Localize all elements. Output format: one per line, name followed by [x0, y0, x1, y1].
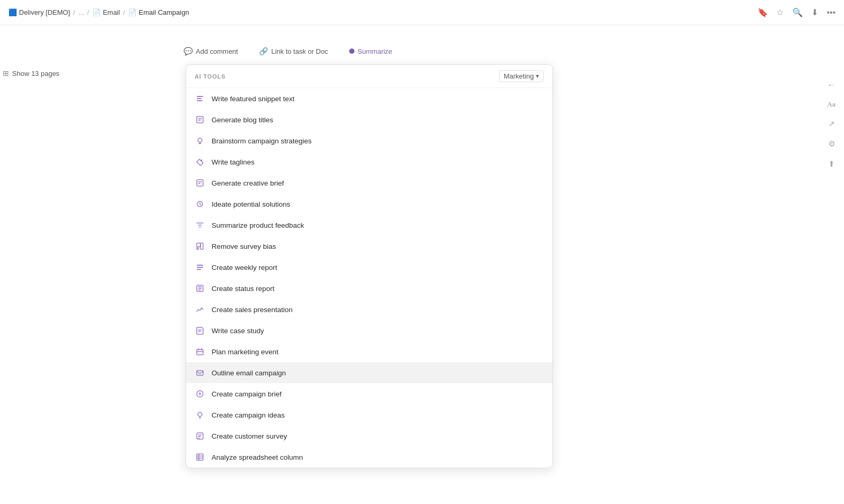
brainstorm-icon: [195, 135, 205, 146]
add-comment-button[interactable]: 💬 Add comment: [179, 45, 242, 57]
pages-icon: ⊞: [3, 69, 9, 77]
ai-tools-dropdown: AI TOOLS Marketing ▾ Write featured snip…: [186, 64, 553, 468]
email-outline-icon: [195, 367, 205, 378]
export-icon[interactable]: ⬆: [828, 159, 835, 169]
list-item[interactable]: Ideate potential solutions: [186, 193, 552, 215]
breadcrumb-sep-3: /: [123, 8, 125, 16]
breadcrumb: 🟦 Delivery [DEMO] / ... / 📄 Email / 📄 Em…: [8, 8, 189, 16]
customer-survey-icon: [195, 431, 205, 441]
top-bar: 🟦 Delivery [DEMO] / ... / 📄 Email / 📄 Em…: [0, 0, 844, 25]
more-icon[interactable]: •••: [827, 8, 836, 17]
svg-rect-10: [197, 265, 203, 266]
brief-icon: [195, 178, 205, 188]
status-report-icon: [195, 283, 205, 294]
add-comment-label: Add comment: [196, 47, 238, 55]
list-item[interactable]: Write taglines: [186, 151, 552, 172]
ai-tool-label: Plan marketing event: [212, 348, 279, 356]
ai-tools-filter-button[interactable]: Marketing ▾: [499, 70, 544, 82]
ideate-icon: [195, 199, 205, 209]
breadcrumb-sep-2: /: [87, 8, 89, 16]
ai-tool-label: Generate blog titles: [212, 116, 273, 124]
ai-tool-label: Create campaign brief: [212, 390, 282, 398]
breadcrumb-email-campaign[interactable]: 📄 Email Campaign: [128, 8, 189, 16]
ai-tools-header: AI TOOLS Marketing ▾: [186, 65, 552, 88]
breadcrumb-email[interactable]: 📄 Email: [92, 8, 120, 16]
summarize-label: Summarize: [358, 47, 392, 55]
list-item[interactable]: Create campaign brief: [186, 383, 552, 404]
snippet-icon: [195, 93, 205, 104]
svg-rect-0: [197, 96, 203, 97]
show-pages-toggle[interactable]: ⊞ Show 13 pages: [3, 69, 60, 77]
breadcrumb-ellipsis[interactable]: ...: [78, 8, 84, 16]
svg-rect-1: [197, 98, 202, 99]
case-study-icon: [195, 325, 205, 336]
svg-rect-5: [197, 180, 203, 186]
list-item[interactable]: Brainstorm campaign strategies: [186, 130, 552, 151]
email-doc-icon: 📄: [92, 8, 101, 16]
ai-tool-label: Generate creative brief: [212, 179, 284, 187]
breadcrumb-campaign-label: Email Campaign: [139, 8, 189, 16]
ai-tool-label: Write taglines: [212, 158, 255, 166]
ai-tool-label: Create campaign ideas: [212, 411, 285, 419]
ai-tool-label: Outline email campaign: [212, 369, 286, 377]
ai-tool-label: Analyze spreadsheet column: [212, 453, 303, 461]
list-item[interactable]: Write featured snippet text: [186, 88, 552, 109]
list-item[interactable]: Analyze spreadsheet column: [186, 447, 552, 468]
back-icon[interactable]: ←: [827, 80, 836, 90]
filter-label: Marketing: [504, 72, 534, 80]
share-icon[interactable]: ↗: [828, 119, 835, 129]
ai-tool-label: Write featured snippet text: [212, 95, 294, 103]
svg-rect-7: [197, 243, 200, 247]
bookmark-icon[interactable]: 🔖: [757, 7, 768, 17]
ai-tool-label: Brainstorm campaign strategies: [212, 137, 312, 145]
survey-icon: [195, 241, 205, 251]
breadcrumb-email-label: Email: [103, 8, 120, 16]
breadcrumb-delivery-label: Delivery [DEMO]: [19, 8, 70, 16]
ai-tool-label: Remove survey bias: [212, 243, 276, 250]
svg-rect-18: [197, 454, 203, 460]
document-toolbar: 💬 Add comment 🔗 Link to task or Doc Summ…: [179, 45, 397, 57]
ai-tool-label: Create weekly report: [212, 264, 277, 272]
list-item[interactable]: Create sales presentation: [186, 299, 552, 320]
summarize-button[interactable]: Summarize: [345, 45, 397, 57]
weekly-report-icon: [195, 262, 205, 273]
svg-point-3: [198, 138, 202, 142]
top-bar-actions: 🔖 ☆ 🔍 ⬇ •••: [757, 7, 836, 17]
list-item[interactable]: Create customer survey: [186, 425, 552, 447]
list-item[interactable]: Remove survey bias: [186, 236, 552, 257]
breadcrumb-delivery[interactable]: 🟦 Delivery [DEMO]: [8, 8, 70, 16]
download-icon[interactable]: ⬇: [811, 7, 818, 17]
svg-rect-12: [197, 269, 201, 270]
ai-tool-label: Create sales presentation: [212, 306, 293, 314]
text-size-icon[interactable]: Aa: [827, 100, 836, 109]
tagline-icon: [195, 157, 205, 167]
link-to-task-button[interactable]: 🔗 Link to task or Doc: [255, 45, 332, 57]
svg-rect-9: [200, 243, 203, 249]
email-campaign-doc-icon: 📄: [128, 8, 137, 16]
list-item[interactable]: Generate creative brief: [186, 172, 552, 193]
sales-icon: [195, 304, 205, 315]
list-item[interactable]: Write case study: [186, 320, 552, 341]
show-pages-label: Show 13 pages: [12, 70, 60, 77]
settings-icon[interactable]: ⚙: [828, 139, 835, 149]
svg-rect-17: [197, 433, 203, 439]
list-item[interactable]: Outline email campaign: [186, 362, 552, 383]
list-item[interactable]: Generate blog titles: [186, 109, 552, 130]
ai-tool-label: Create status report: [212, 285, 274, 293]
link-to-task-label: Link to task or Doc: [271, 47, 328, 55]
svg-rect-2: [197, 100, 203, 101]
link-icon: 🔗: [259, 47, 268, 55]
ai-tool-label: Write case study: [212, 327, 264, 335]
filter-icon: [195, 220, 205, 230]
ai-tool-label: Create customer survey: [212, 432, 287, 440]
list-item[interactable]: Plan marketing event: [186, 341, 552, 362]
list-item[interactable]: Summarize product feedback: [186, 215, 552, 236]
summarize-dot-icon: [349, 49, 354, 54]
search-icon[interactable]: 🔍: [792, 7, 803, 17]
star-icon[interactable]: ☆: [776, 7, 784, 17]
list-item[interactable]: Create campaign ideas: [186, 404, 552, 425]
ai-tool-label: Ideate potential solutions: [212, 200, 290, 208]
list-item[interactable]: Create weekly report: [186, 257, 552, 278]
svg-rect-15: [197, 371, 203, 375]
list-item[interactable]: Create status report: [186, 278, 552, 299]
